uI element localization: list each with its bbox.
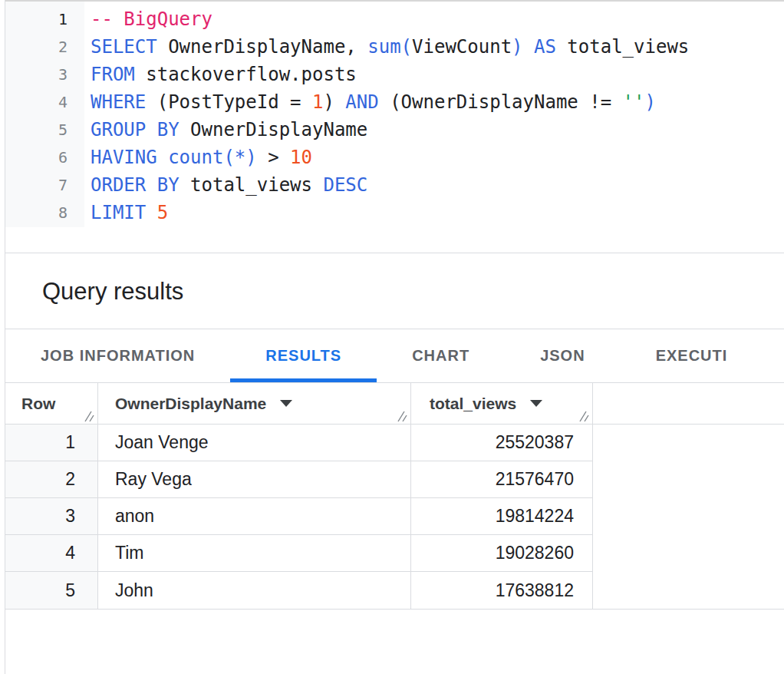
code-token: total_views bbox=[556, 36, 689, 58]
filler-cell bbox=[593, 572, 784, 609]
row-number-cell: 4 bbox=[5, 535, 98, 572]
line-number: 1 bbox=[5, 5, 84, 33]
query-results-panel: Query results bbox=[5, 254, 784, 329]
tab-json[interactable]: JSON bbox=[505, 329, 620, 382]
tab-label: JSON bbox=[540, 347, 585, 365]
code-token: AND bbox=[345, 91, 378, 113]
tab-chart[interactable]: CHART bbox=[377, 329, 505, 382]
line-number: 5 bbox=[5, 116, 84, 144]
code-token: OwnerDisplayName bbox=[180, 119, 368, 140]
column-header-label: OwnerDisplayName bbox=[115, 395, 266, 413]
code-token: DESC bbox=[323, 174, 367, 196]
owner-display-name-cell: anon bbox=[98, 498, 411, 535]
column-header-row: Row bbox=[5, 383, 98, 425]
code-token bbox=[146, 202, 156, 223]
column-menu-arrow-icon[interactable] bbox=[280, 400, 292, 407]
filler-cell bbox=[593, 535, 784, 572]
code-token: sum( bbox=[367, 36, 412, 58]
code-token: GROUP BY bbox=[91, 119, 180, 140]
total-views-cell: 21576470 bbox=[411, 461, 593, 498]
column-header-ownerdisplayname[interactable]: OwnerDisplayName bbox=[98, 383, 411, 425]
total-views-cell: 19814224 bbox=[411, 498, 593, 535]
table-row: 4Tim19028260 bbox=[5, 535, 784, 572]
table-row: 5John17638812 bbox=[5, 572, 784, 609]
sql-editor[interactable]: 12345678 -- BigQuerySELECT OwnerDisplayN… bbox=[5, 0, 784, 253]
results-table-header: RowOwnerDisplayNametotal_views bbox=[5, 383, 784, 425]
column-menu-arrow-icon[interactable] bbox=[530, 400, 542, 407]
results-table: RowOwnerDisplayNametotal_views 1Joan Ven… bbox=[5, 383, 784, 610]
panel-left-border bbox=[5, 0, 5, 674]
tab-results[interactable]: RESULTS bbox=[230, 329, 377, 382]
column-resize-handle-icon[interactable] bbox=[577, 408, 590, 421]
code-token: -- BigQuery bbox=[91, 8, 212, 30]
code-token: ) bbox=[323, 91, 345, 113]
tab-label: CHART bbox=[412, 347, 469, 365]
code-line[interactable]: -- BigQuery bbox=[91, 5, 689, 33]
code-token: (OwnerDisplayName != bbox=[379, 91, 623, 113]
code-token: ORDER BY bbox=[91, 174, 180, 196]
code-token: HAVING bbox=[91, 147, 157, 168]
code-line[interactable]: LIMIT 5 bbox=[91, 199, 689, 226]
code-token: SELECT bbox=[91, 36, 157, 58]
code-line[interactable]: GROUP BY OwnerDisplayName bbox=[91, 116, 689, 144]
column-header-filler bbox=[593, 383, 784, 425]
line-number: 7 bbox=[5, 171, 84, 199]
tab-job-information[interactable]: JOB INFORMATION bbox=[5, 329, 230, 382]
code-token: ) bbox=[645, 91, 656, 113]
code-token: AS bbox=[534, 36, 556, 58]
code-token: 10 bbox=[290, 147, 312, 168]
line-number: 3 bbox=[5, 61, 84, 88]
code-line[interactable]: WHERE (PostTypeId = 1) AND (OwnerDisplay… bbox=[91, 88, 689, 116]
row-number-cell: 2 bbox=[5, 461, 98, 498]
filler-cell bbox=[593, 425, 784, 461]
line-number: 4 bbox=[5, 88, 84, 116]
code-token: FROM bbox=[91, 64, 135, 85]
tab-label: RESULTS bbox=[265, 347, 341, 365]
query-results-title: Query results bbox=[42, 278, 183, 306]
code-line[interactable]: SELECT OwnerDisplayName, sum(ViewCount) … bbox=[91, 33, 689, 61]
code-token: 5 bbox=[157, 202, 168, 223]
total-views-cell: 17638812 bbox=[411, 572, 593, 609]
code-line[interactable]: FROM stackoverflow.posts bbox=[91, 61, 689, 88]
tab-executi[interactable]: EXECUTI bbox=[621, 329, 763, 382]
row-number-cell: 5 bbox=[5, 572, 98, 609]
table-row: 2Ray Vega21576470 bbox=[5, 461, 784, 498]
code-line[interactable]: HAVING count(*) > 10 bbox=[91, 144, 689, 171]
code-line[interactable]: ORDER BY total_views DESC bbox=[91, 171, 689, 199]
code-token bbox=[157, 147, 168, 168]
total-views-cell: 19028260 bbox=[411, 535, 593, 572]
column-header-label: Row bbox=[21, 395, 55, 413]
filler-cell bbox=[593, 461, 784, 498]
table-row: 3anon19814224 bbox=[5, 498, 784, 535]
line-number: 8 bbox=[5, 199, 84, 226]
owner-display-name-cell: Tim bbox=[98, 535, 411, 572]
tab-label: EXECUTI bbox=[656, 347, 728, 365]
column-header-total-views[interactable]: total_views bbox=[411, 383, 593, 425]
code-token: 1 bbox=[312, 91, 323, 113]
code-token: ) bbox=[512, 36, 522, 58]
code-token: '' bbox=[623, 91, 645, 113]
owner-display-name-cell: Joan Venge bbox=[98, 425, 411, 461]
column-resize-handle-icon[interactable] bbox=[395, 408, 408, 421]
code-token: WHERE bbox=[91, 91, 146, 113]
table-row: 1Joan Venge25520387 bbox=[5, 425, 784, 461]
code-token: count(*) bbox=[168, 147, 257, 168]
code-token: (PostTypeId = bbox=[146, 91, 312, 113]
code-token: LIMIT bbox=[91, 202, 146, 223]
total-views-cell: 25520387 bbox=[411, 425, 593, 461]
code-token: total_views bbox=[180, 174, 324, 196]
sql-code-area[interactable]: -- BigQuerySELECT OwnerDisplayName, sum(… bbox=[84, 2, 689, 253]
results-tabs: JOB INFORMATIONRESULTSCHARTJSONEXECUTI bbox=[5, 329, 784, 383]
editor-gutter: 12345678 bbox=[5, 2, 84, 227]
code-token bbox=[523, 36, 534, 58]
line-number: 6 bbox=[5, 144, 84, 171]
owner-display-name-cell: John bbox=[98, 572, 411, 609]
tab-label: JOB INFORMATION bbox=[41, 347, 195, 365]
owner-display-name-cell: Ray Vega bbox=[98, 461, 411, 498]
code-token: stackoverflow.posts bbox=[135, 64, 357, 85]
column-resize-handle-icon[interactable] bbox=[82, 408, 95, 421]
column-header-label: total_views bbox=[430, 395, 516, 413]
filler-cell bbox=[593, 498, 784, 535]
line-number: 2 bbox=[5, 33, 84, 61]
bigquery-console: 12345678 -- BigQuerySELECT OwnerDisplayN… bbox=[0, 0, 784, 674]
